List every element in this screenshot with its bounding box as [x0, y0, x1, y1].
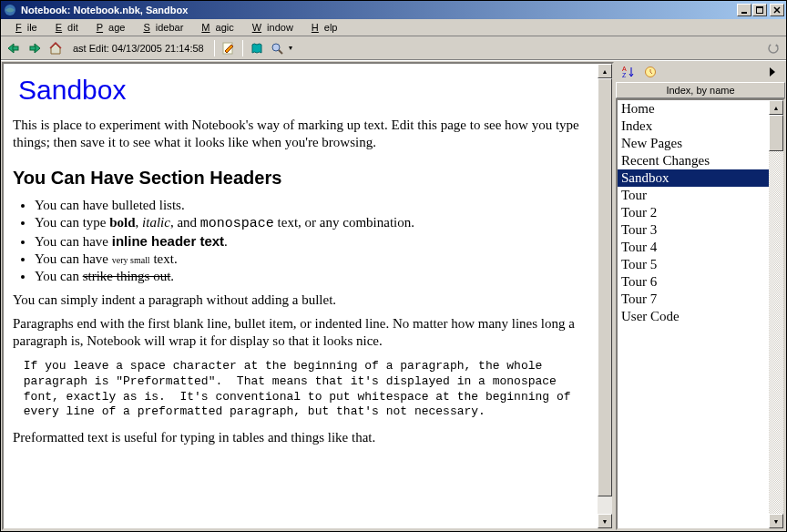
scroll-thumb[interactable] — [598, 78, 612, 496]
index-item[interactable]: Index — [618, 118, 769, 135]
indented-paragraph: You can simply indent a paragraph withou… — [13, 292, 588, 309]
bullet-list: You can have bulleted lists. You can typ… — [13, 198, 588, 284]
last-edit-label: ast Edit: 04/13/2005 21:14:58 — [67, 43, 210, 54]
window-title: Notebook: Notebook.nbk, Sandbox — [21, 5, 737, 15]
separator — [242, 40, 243, 56]
toolbar: ast Edit: 04/13/2005 21:14:58 — [1, 36, 786, 60]
index-item[interactable]: Tour 2 — [618, 204, 769, 221]
sidebar: AZ Index, by name HomeIndexNew PagesRece… — [616, 62, 785, 530]
svg-rect-5 — [30, 46, 36, 50]
sidebar-toolbar: AZ — [616, 62, 785, 82]
main-area: Sandbox This is place to experiment with… — [1, 60, 786, 531]
maximize-button[interactable] — [752, 4, 767, 16]
index-item[interactable]: Tour 6 — [618, 273, 769, 291]
home-button[interactable] — [46, 39, 65, 57]
scroll-down-button[interactable]: ▼ — [598, 514, 612, 528]
svg-point-7 — [272, 44, 280, 51]
svg-text:Z: Z — [622, 72, 627, 78]
close-button[interactable] — [770, 4, 784, 16]
menubar: File Edit Page Sidebar Magic Window Help — [1, 19, 786, 36]
app-window: Notebook: Notebook.nbk, Sandbox File Edi… — [0, 0, 787, 532]
svg-text:A: A — [622, 66, 627, 72]
scroll-up-button[interactable]: ▲ — [769, 100, 783, 115]
book-button[interactable] — [248, 39, 266, 57]
index-item[interactable]: Sandbox — [618, 169, 769, 187]
menu-file[interactable]: File — [5, 20, 43, 35]
titlebar[interactable]: Notebook: Notebook.nbk, Sandbox — [1, 1, 786, 19]
search-button[interactable] — [269, 39, 296, 57]
list-item: You can type bold, italic, and monospace… — [35, 215, 588, 231]
recent-button[interactable] — [641, 63, 659, 81]
section-header: You Can Have Section Headers — [13, 168, 588, 189]
separator — [214, 40, 215, 56]
sidebar-scrollbar[interactable]: ▲ ▼ — [769, 100, 783, 528]
list-item: You can have bulleted lists. — [35, 198, 588, 213]
app-icon — [3, 3, 17, 17]
preformatted-block: If you leave a space character at the be… — [16, 359, 588, 421]
index-item[interactable]: Tour 5 — [618, 256, 769, 273]
paragraph: Preformatted text is useful for typing i… — [13, 429, 588, 446]
page-title: Sandbox — [18, 75, 588, 106]
paragraph: Paragraphs end with the first blank line… — [13, 315, 588, 350]
forward-button[interactable] — [26, 39, 44, 57]
sidebar-header: Index, by name — [616, 82, 785, 98]
list-item: You can have very small text. — [35, 251, 588, 267]
svg-rect-4 — [13, 46, 18, 50]
svg-rect-3 — [756, 6, 763, 8]
back-button[interactable] — [5, 39, 23, 57]
refresh-icon[interactable] — [764, 39, 782, 57]
scroll-thumb[interactable] — [769, 115, 783, 151]
index-item[interactable]: User Code — [618, 308, 769, 325]
list-item: You can have inline header text. — [35, 233, 588, 250]
index-item[interactable]: Tour 4 — [618, 239, 769, 256]
menu-help[interactable]: Help — [301, 20, 343, 35]
svg-rect-1 — [741, 12, 747, 14]
menu-magic[interactable]: Magic — [190, 20, 239, 35]
content-scrollbar[interactable]: ▲ ▼ — [598, 64, 612, 528]
index-item[interactable]: Tour 7 — [618, 291, 769, 308]
index-item[interactable]: Tour 3 — [618, 221, 769, 239]
collapse-sidebar-button[interactable] — [763, 63, 782, 81]
menu-window[interactable]: Window — [241, 20, 299, 35]
scroll-up-button[interactable]: ▲ — [598, 64, 612, 78]
menu-edit[interactable]: Edit — [45, 20, 84, 35]
index-item[interactable]: Recent Changes — [618, 152, 769, 169]
menu-page[interactable]: Page — [86, 20, 131, 35]
index-item[interactable]: New Pages — [618, 135, 769, 152]
index-item[interactable]: Home — [618, 100, 769, 118]
content-pane: Sandbox This is place to experiment with… — [2, 62, 614, 530]
intro-paragraph: This is place to experiment with Noteboo… — [13, 117, 588, 151]
minimize-button[interactable] — [737, 4, 751, 16]
list-item: You can strike things out. — [35, 269, 588, 284]
edit-page-button[interactable] — [220, 39, 238, 57]
page-content: Sandbox This is place to experiment with… — [4, 64, 598, 528]
scroll-track[interactable] — [769, 151, 783, 514]
scroll-down-button[interactable]: ▼ — [769, 514, 783, 528]
menu-sidebar[interactable]: Sidebar — [132, 20, 189, 35]
sort-button[interactable]: AZ — [619, 63, 638, 81]
index-item[interactable]: Tour — [618, 187, 769, 204]
index-list[interactable]: HomeIndexNew PagesRecent ChangesSandboxT… — [618, 100, 769, 528]
scroll-track[interactable] — [598, 496, 612, 514]
